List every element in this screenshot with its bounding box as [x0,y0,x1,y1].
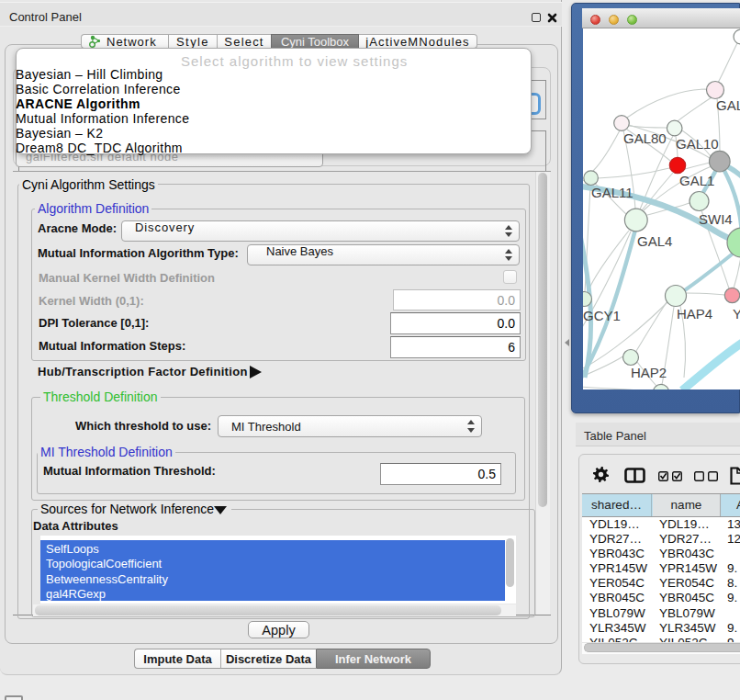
svg-text:GAL11: GAL11 [591,185,633,200]
svg-text:HAP4: HAP4 [677,306,712,322]
svg-text:GCY1: GCY1 [583,308,621,323]
svg-text:GAL80: GAL80 [623,130,667,146]
svg-text:GAL1: GAL1 [679,173,714,188]
svg-text:GAL2: GAL2 [716,97,740,113]
svg-text:GAL10: GAL10 [676,136,719,152]
svg-text:SWI4: SWI4 [699,211,733,227]
svg-text:YBR: YBR [733,306,740,322]
svg-text:GAL4: GAL4 [637,233,672,249]
svg-text:HAP2: HAP2 [631,365,667,380]
